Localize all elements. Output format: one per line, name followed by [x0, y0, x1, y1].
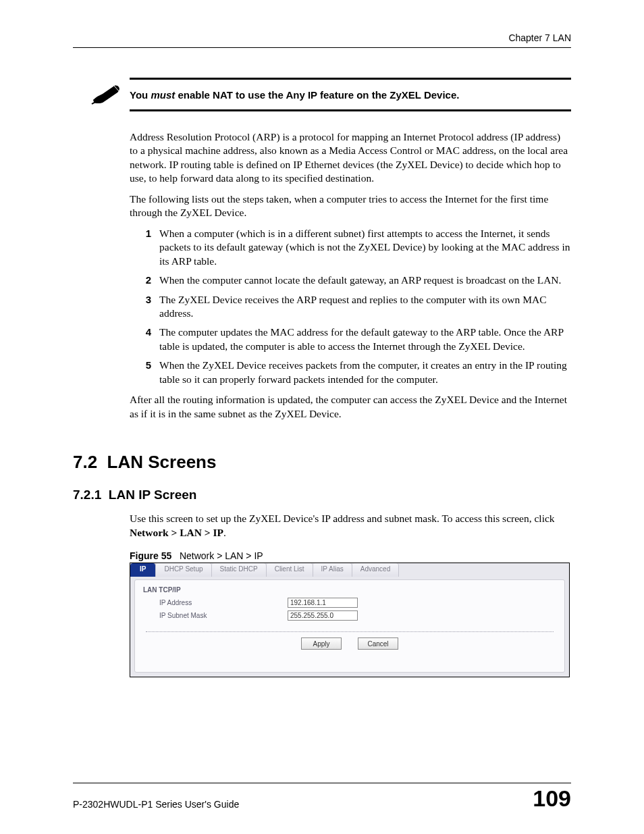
paragraph-after-steps: After all the routing information is upd…	[130, 393, 571, 421]
section-heading: 7.2 LAN Screens	[73, 452, 571, 473]
label-subnet-mask: IP Subnet Mask	[159, 612, 288, 619]
button-row: Apply Cancel	[135, 637, 564, 650]
tab-dhcp-setup[interactable]: DHCP Setup	[156, 563, 211, 577]
page-footer: P-2302HWUDL-P1 Series User's Guide 109	[73, 783, 571, 810]
divider	[146, 631, 554, 632]
steps-list: 1 When a computer (which is in a differe…	[142, 227, 571, 387]
step-1: 1 When a computer (which is in a differe…	[142, 227, 571, 268]
section-label-lan-tcpip: LAN TCP/IP	[135, 580, 564, 596]
paragraph-screen-intro: Use this screen to set up the ZyXEL Devi…	[130, 512, 571, 540]
row-ip-address: IP Address	[135, 596, 564, 609]
label-ip-address: IP Address	[159, 599, 288, 606]
page-number: 109	[533, 787, 571, 810]
subsection-heading: 7.2.1 LAN IP Screen	[73, 488, 571, 502]
cancel-button[interactable]: Cancel	[358, 637, 398, 650]
paragraph-arp: Address Resolution Protocol (ARP) is a p…	[130, 130, 571, 186]
chapter-label: Chapter 7 LAN	[508, 32, 571, 43]
tab-ip[interactable]: IP	[130, 563, 156, 577]
footer-guide-name: P-2302HWUDL-P1 Series User's Guide	[73, 799, 239, 810]
input-ip-address[interactable]	[288, 598, 358, 608]
input-subnet-mask[interactable]	[288, 610, 358, 621]
tab-ip-alias[interactable]: IP Alias	[313, 563, 352, 577]
step-3: 3 The ZyXEL Device receives the ARP requ…	[142, 293, 571, 321]
row-subnet-mask: IP Subnet Mask	[135, 609, 564, 622]
note-icon	[89, 80, 124, 107]
step-5: 5 When the ZyXEL Device receives packets…	[142, 359, 571, 386]
page-header: Chapter 7 LAN	[73, 32, 571, 48]
apply-button[interactable]: Apply	[301, 637, 342, 650]
tab-client-list[interactable]: Client List	[267, 563, 313, 577]
tab-advanced[interactable]: Advanced	[352, 563, 399, 577]
paragraph-intro-steps: The following lists out the steps taken,…	[130, 192, 571, 220]
tab-static-dhcp[interactable]: Static DHCP	[212, 563, 267, 577]
tab-body: LAN TCP/IP IP Address IP Subnet Mask App…	[134, 579, 565, 673]
figure-caption: Figure 55 Network > LAN > IP	[130, 550, 571, 561]
tab-row: IP DHCP Setup Static DHCP Client List IP…	[130, 563, 569, 577]
note-text: You must enable NAT to use the Any IP fe…	[130, 89, 571, 101]
note-block: You must enable NAT to use the Any IP fe…	[130, 78, 571, 111]
figure-screenshot: IP DHCP Setup Static DHCP Client List IP…	[130, 563, 570, 677]
nav-path: Network > LAN > IP	[130, 527, 223, 538]
step-4: 4 The computer updates the MAC address f…	[142, 325, 571, 353]
step-2: 2 When the computer cannot locate the de…	[142, 273, 571, 287]
